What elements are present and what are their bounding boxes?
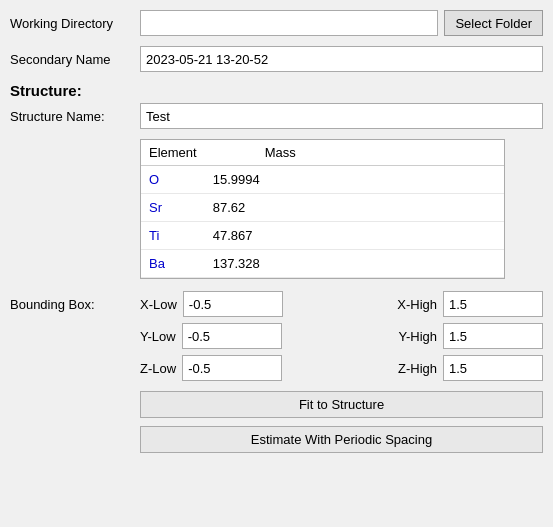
fit-to-structure-button[interactable]: Fit to Structure bbox=[140, 391, 543, 418]
element-table-body: O15.9994Sr87.62Ti47.867Ba137.328 bbox=[141, 166, 504, 278]
z-high-label: Z-High bbox=[398, 361, 437, 376]
mass-cell: 87.62 bbox=[205, 194, 504, 222]
y-high-input[interactable] bbox=[443, 323, 543, 349]
table-row: O15.9994 bbox=[141, 166, 504, 194]
structure-name-row: Structure Name: bbox=[10, 103, 543, 129]
element-cell: Ti bbox=[141, 222, 205, 250]
mass-cell: 47.867 bbox=[205, 222, 504, 250]
element-cell: O bbox=[141, 166, 205, 194]
bounding-box-label: Bounding Box: bbox=[10, 297, 140, 312]
select-folder-button[interactable]: Select Folder bbox=[444, 10, 543, 36]
element-column-header: Element bbox=[141, 140, 205, 166]
element-mass-table: Element Mass O15.9994Sr87.62Ti47.867Ba13… bbox=[141, 140, 504, 278]
x-high-input[interactable] bbox=[443, 291, 543, 317]
table-row: Ti47.867 bbox=[141, 222, 504, 250]
z-high-input[interactable] bbox=[443, 355, 543, 381]
estimate-with-periodic-button[interactable]: Estimate With Periodic Spacing bbox=[140, 426, 543, 453]
table-row: Ba137.328 bbox=[141, 250, 504, 278]
working-directory-label: Working Directory bbox=[10, 16, 140, 31]
element-mass-table-container: Element Mass O15.9994Sr87.62Ti47.867Ba13… bbox=[140, 139, 505, 279]
structure-name-input[interactable] bbox=[140, 103, 543, 129]
element-cell: Sr bbox=[141, 194, 205, 222]
mass-cell: 15.9994 bbox=[205, 166, 504, 194]
mass-column-header: Mass bbox=[205, 140, 504, 166]
bounding-box-x-inner: X-Low X-High bbox=[140, 291, 543, 317]
table-header-row: Element Mass bbox=[141, 140, 504, 166]
x-high-label: X-High bbox=[397, 297, 437, 312]
bounding-box-z-row: Z-Low Z-High bbox=[10, 355, 543, 381]
bounding-box-y-inner: Y-Low Y-High bbox=[140, 323, 543, 349]
secondary-name-label: Secondary Name bbox=[10, 52, 140, 67]
secondary-name-row: Secondary Name bbox=[10, 46, 543, 72]
z-low-input[interactable] bbox=[182, 355, 282, 381]
structure-heading: Structure: bbox=[10, 82, 140, 99]
bounding-box-x-row: Bounding Box: X-Low X-High bbox=[10, 291, 543, 317]
y-high-label: Y-High bbox=[398, 329, 437, 344]
y-low-label: Y-Low bbox=[140, 329, 176, 344]
table-row: Sr87.62 bbox=[141, 194, 504, 222]
structure-heading-row: Structure: bbox=[10, 82, 543, 99]
mass-cell: 137.328 bbox=[205, 250, 504, 278]
x-low-input[interactable] bbox=[183, 291, 283, 317]
x-low-label: X-Low bbox=[140, 297, 177, 312]
working-directory-row: Working Directory Select Folder bbox=[10, 10, 543, 36]
z-low-label: Z-Low bbox=[140, 361, 176, 376]
y-low-input[interactable] bbox=[182, 323, 282, 349]
bounding-box-section: Bounding Box: X-Low X-High Y-Low Y-High … bbox=[10, 291, 543, 381]
element-cell: Ba bbox=[141, 250, 205, 278]
structure-name-label: Structure Name: bbox=[10, 109, 140, 124]
working-directory-input[interactable] bbox=[140, 10, 438, 36]
secondary-name-input[interactable] bbox=[140, 46, 543, 72]
bounding-box-z-inner: Z-Low Z-High bbox=[140, 355, 543, 381]
bounding-box-y-row: Y-Low Y-High bbox=[10, 323, 543, 349]
